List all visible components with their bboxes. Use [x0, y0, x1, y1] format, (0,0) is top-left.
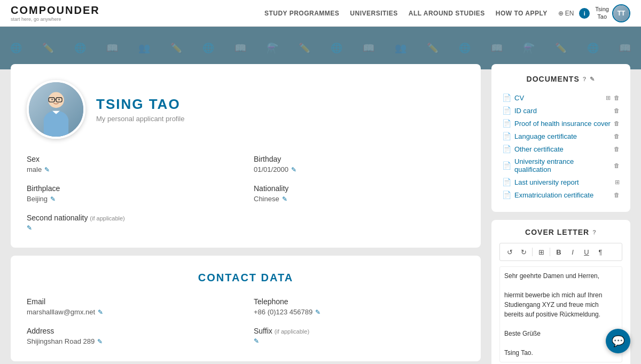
- doc-name-entrance[interactable]: University entrance qualification: [514, 157, 611, 173]
- second-nationality-edit-icon[interactable]: ✎: [27, 224, 32, 232]
- toolbar-redo-button[interactable]: ↻: [517, 246, 530, 258]
- toolbar-italic-button[interactable]: I: [566, 246, 579, 258]
- telephone-edit-icon[interactable]: ✎: [315, 308, 320, 316]
- doc-item-language: 📄 Language certificate 🗑: [502, 130, 620, 143]
- banner-icon-globe2: 🌐: [64, 42, 96, 54]
- sex-edit-icon[interactable]: ✎: [44, 166, 50, 173]
- doc-delete-icon-lang[interactable]: 🗑: [614, 133, 620, 139]
- field-birthplace-value: Beijing ✎: [27, 195, 238, 203]
- banner-icon-globe6: 🌐: [577, 42, 609, 54]
- info-button[interactable]: i: [579, 8, 590, 19]
- banner-icon-pencil2: ✏️: [160, 42, 192, 54]
- field-birthday-value: 01/01/2000 ✎: [254, 165, 465, 173]
- contact-fields: Email marshalllaw@gmx.net ✎ Telephone +8…: [27, 297, 465, 345]
- email-edit-icon[interactable]: ✎: [98, 308, 103, 316]
- toolbar-paragraph-button[interactable]: ¶: [594, 246, 607, 258]
- chat-bubble-button[interactable]: 💬: [606, 329, 630, 353]
- doc-delete-icon-health[interactable]: 🗑: [614, 120, 620, 126]
- right-column: DOCUMENTS ? ✎ 📄 CV ⊞ 🗑 📄 ID card 🗑: [491, 64, 630, 364]
- contact-title: CONTACT DATA: [27, 272, 465, 284]
- documents-edit-icon[interactable]: ✎: [590, 76, 595, 83]
- profile-name: TSING TAO: [96, 96, 184, 113]
- doc-name-cv[interactable]: CV: [514, 94, 603, 102]
- cover-letter-title: COVER LETTER ?: [499, 228, 622, 236]
- cover-letter-line4: Tsing Tao.: [504, 348, 617, 358]
- doc-name-exmat[interactable]: Exmatriculation certificate: [514, 191, 611, 199]
- documents-card: DOCUMENTS ? ✎ 📄 CV ⊞ 🗑 📄 ID card 🗑: [491, 64, 630, 212]
- field-birthday: Birthday 01/01/2000 ✎: [254, 155, 465, 173]
- field-nationality: Nationality Chinese ✎: [254, 184, 465, 203]
- field-address: Address Shijingshan Road 289 ✎: [27, 327, 238, 345]
- doc-delete-icon-id[interactable]: 🗑: [614, 107, 620, 114]
- doc-name-report[interactable]: Last university report: [514, 178, 612, 186]
- doc-file-icon-health: 📄: [502, 119, 511, 128]
- profile-header: TSING TAO My personal applicant profile: [27, 80, 465, 139]
- avatar: TT: [612, 4, 630, 22]
- banner-icon-pencil5: ✏️: [545, 42, 577, 54]
- field-nationality-value: Chinese ✎: [254, 195, 465, 203]
- banner-icon-pencil: ✏️: [32, 42, 64, 54]
- address-edit-icon[interactable]: ✎: [97, 338, 103, 345]
- profile-subtitle: My personal applicant profile: [96, 115, 184, 123]
- doc-file-icon-lang: 📄: [502, 132, 511, 140]
- nav-universities[interactable]: UNIVERSITIES: [350, 10, 397, 17]
- banner-icon-globe3: 🌐: [192, 42, 224, 54]
- doc-copy-icon-cv[interactable]: ⊞: [606, 94, 611, 101]
- birthday-edit-icon[interactable]: ✎: [291, 166, 296, 173]
- doc-file-icon-entrance: 📄: [502, 161, 511, 170]
- birthplace-edit-icon[interactable]: ✎: [50, 195, 56, 203]
- logo[interactable]: COMPOUNDER start here, go anywhere: [11, 4, 100, 22]
- documents-help-icon[interactable]: ?: [583, 76, 587, 82]
- doc-item-last-report: 📄 Last university report ⊞: [502, 176, 620, 188]
- profile-name-section: TSING TAO My personal applicant profile: [96, 96, 184, 123]
- cover-letter-help-icon[interactable]: ?: [592, 229, 597, 235]
- toolbar-separator-2: [550, 248, 550, 256]
- doc-name-lang[interactable]: Language certificate: [514, 132, 611, 140]
- documents-list: 📄 CV ⊞ 🗑 📄 ID card 🗑 📄 Proof of health i…: [502, 91, 620, 201]
- toolbar-copy-button[interactable]: ⊞: [535, 246, 548, 258]
- toolbar-separator-1: [532, 248, 533, 256]
- banner-icon-science: ⚗️: [256, 42, 288, 54]
- main-content: TSING TAO My personal applicant profile …: [0, 53, 641, 364]
- profile-avatar: [27, 80, 85, 139]
- toolbar-bold-button[interactable]: B: [552, 246, 565, 258]
- doc-file-icon-report: 📄: [502, 178, 511, 186]
- field-sex-label: Sex: [27, 155, 238, 163]
- field-email: Email marshalllaw@gmx.net ✎: [27, 297, 238, 316]
- doc-name-id[interactable]: ID card: [514, 107, 611, 115]
- doc-delete-icon-entrance[interactable]: 🗑: [614, 162, 620, 169]
- nav-all-around-studies[interactable]: ALL AROUND STUDIES: [409, 10, 485, 17]
- doc-delete-icon-exmat[interactable]: 🗑: [614, 192, 620, 198]
- toolbar-undo-button[interactable]: ↺: [503, 246, 516, 258]
- profile-card: TSING TAO My personal applicant profile …: [11, 64, 481, 248]
- language-selector[interactable]: ⊕ EN: [558, 10, 574, 17]
- doc-delete-icon-other[interactable]: 🗑: [614, 146, 620, 152]
- field-second-nationality-label: Second nationality (if applicable): [27, 213, 465, 222]
- user-menu[interactable]: Tsing Tao TT: [595, 4, 630, 22]
- doc-item-cv: 📄 CV ⊞ 🗑: [502, 91, 620, 104]
- toolbar-underline-button[interactable]: U: [580, 246, 593, 258]
- banner-icon-pencil4: ✏️: [417, 42, 449, 54]
- banner-icon-science2: ⚗️: [513, 42, 545, 54]
- nav-how-to-apply[interactable]: HOW TO APPLY: [496, 10, 548, 17]
- doc-item-health-insurance: 📄 Proof of health insurance cover 🗑: [502, 117, 620, 130]
- cover-letter-editor[interactable]: Sehr geehrte Damen und Herren, hiermit b…: [499, 266, 622, 362]
- left-column: TSING TAO My personal applicant profile …: [11, 64, 481, 364]
- nav-study-programmes[interactable]: STUDY PROGRAMMES: [264, 10, 339, 17]
- banner-icon-globe5: 🌐: [449, 42, 481, 54]
- doc-name-health[interactable]: Proof of health insurance cover: [514, 120, 611, 128]
- banner-icon-book2: 📖: [224, 42, 256, 54]
- field-sex: Sex male ✎: [27, 155, 238, 173]
- doc-copy-icon-report[interactable]: ⊞: [615, 179, 620, 186]
- field-suffix: Suffix (if applicable) ✎: [254, 327, 465, 345]
- field-email-value: marshalllaw@gmx.net ✎: [27, 308, 238, 316]
- banner-icon-book3: 📖: [353, 42, 385, 54]
- doc-item-university-entrance: 📄 University entrance qualification 🗑: [502, 155, 620, 176]
- doc-item-other-cert: 📄 Other certificate 🗑: [502, 143, 620, 155]
- user-name: Tsing Tao: [595, 6, 609, 20]
- doc-name-other[interactable]: Other certificate: [514, 145, 611, 153]
- nationality-edit-icon[interactable]: ✎: [282, 195, 287, 203]
- suffix-edit-icon[interactable]: ✎: [254, 337, 259, 345]
- doc-delete-icon-cv[interactable]: 🗑: [614, 94, 620, 101]
- banner-icon-people2: 👥: [385, 42, 417, 54]
